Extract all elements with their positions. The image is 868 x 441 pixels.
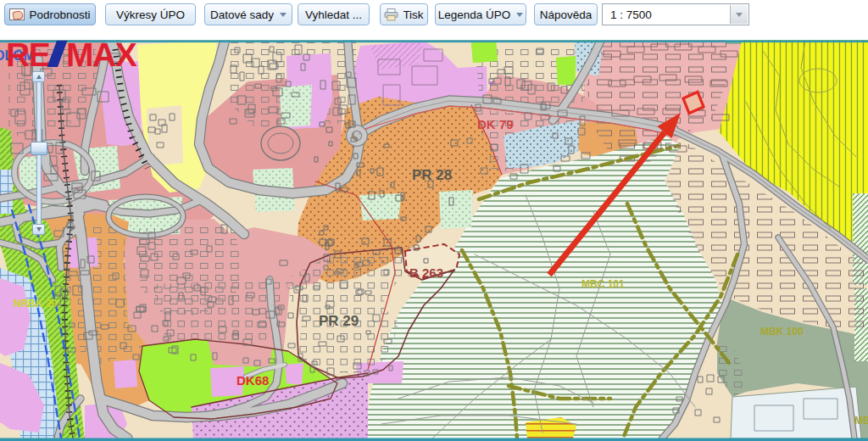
svg-text:MAX: MAX	[66, 36, 137, 73]
svg-text:MBC 101: MBC 101	[581, 278, 625, 290]
svg-text:DK68: DK68	[236, 373, 269, 388]
svg-text:B 263: B 263	[409, 265, 443, 280]
svg-text:NRBK 29: NRBK 29	[14, 298, 58, 310]
svg-text:PR 28: PR 28	[412, 167, 452, 183]
svg-text:DK 79: DK 79	[477, 117, 514, 131]
svg-text:MB: MB	[854, 415, 868, 427]
svg-text:PR 29: PR 29	[319, 313, 359, 329]
svg-text:RE: RE	[6, 36, 50, 73]
svg-text:MBK 100: MBK 100	[760, 326, 804, 338]
